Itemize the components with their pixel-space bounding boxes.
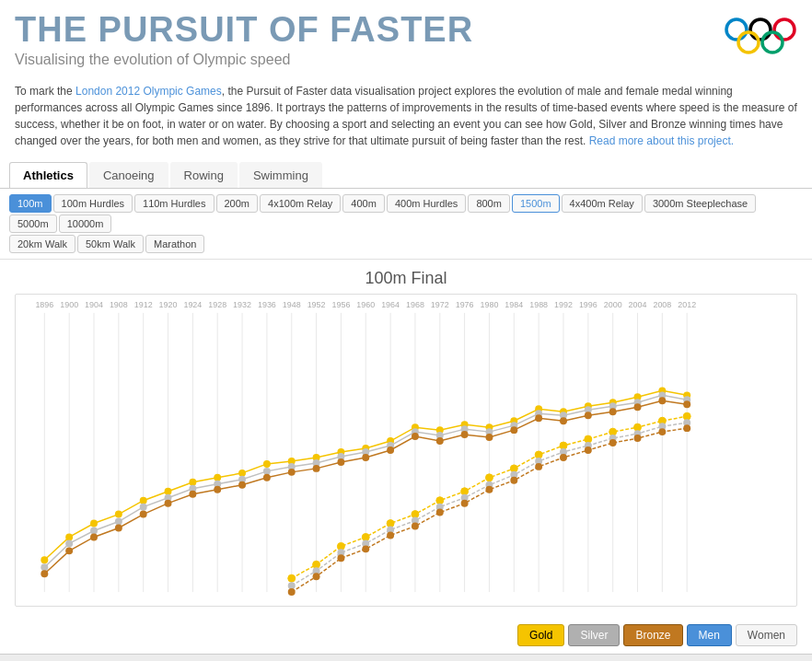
accordion-header-event-analysis[interactable]: Event Analysis and Comparisons ▾ (0, 655, 812, 661)
chart-title: 100m Final (15, 269, 797, 288)
svg-point-189 (634, 435, 642, 442)
event-20km-walk[interactable]: 20km Walk (9, 235, 75, 253)
event-row-2: 20km Walk 50km Walk Marathon (9, 235, 803, 253)
accordion: Event Analysis and Comparisons ▾ Sport A… (0, 654, 812, 661)
svg-point-132 (485, 434, 493, 441)
event-1500m[interactable]: 1500m (512, 194, 560, 213)
svg-point-124 (288, 469, 296, 476)
svg-point-67 (214, 474, 221, 481)
svg-point-191 (683, 424, 690, 432)
svg-point-2 (774, 19, 795, 40)
legend-silver-button[interactable]: Silver (568, 624, 620, 646)
svg-point-3 (738, 32, 759, 52)
tab-canoeing[interactable]: Canoeing (89, 162, 168, 188)
svg-point-153 (585, 435, 592, 443)
svg-point-1 (750, 19, 771, 40)
chart-svg: 1896 1900 1904 1908 1912 1920 1924 1928 … (15, 294, 797, 607)
svg-point-87 (41, 563, 48, 571)
legend-bronze-button[interactable]: Bronze (623, 624, 682, 646)
event-marathon[interactable]: Marathon (145, 235, 204, 253)
event-4x100m-relay[interactable]: 4x100m Relay (260, 194, 341, 213)
svg-point-119 (165, 499, 172, 506)
event-5000m[interactable]: 5000m (9, 215, 57, 233)
read-more-link[interactable]: Read more about this project. (589, 134, 734, 147)
chart-container: 100m Final 1896 1900 1904 1908 1912 1920… (0, 260, 812, 619)
svg-text:2008: 2008 (653, 300, 671, 309)
svg-rect-5 (17, 295, 795, 606)
svg-text:1964: 1964 (381, 300, 400, 309)
tab-rowing[interactable]: Rowing (170, 162, 238, 188)
svg-text:1900: 1900 (60, 300, 78, 309)
svg-text:1960: 1960 (356, 300, 375, 309)
svg-point-141 (288, 574, 296, 582)
svg-point-130 (436, 437, 444, 445)
svg-point-63 (115, 510, 122, 517)
svg-point-144 (362, 533, 369, 540)
legend-women-button[interactable]: Women (736, 624, 797, 646)
svg-point-134 (535, 414, 542, 422)
event-400m[interactable]: 400m (342, 194, 385, 213)
svg-text:1952: 1952 (307, 300, 326, 309)
svg-text:1908: 1908 (110, 300, 128, 309)
event-200m[interactable]: 200m (216, 194, 259, 213)
svg-text:1904: 1904 (85, 300, 103, 309)
svg-point-136 (585, 412, 592, 419)
event-800m[interactable]: 800m (468, 194, 510, 213)
svg-point-62 (90, 519, 98, 527)
svg-point-145 (387, 519, 394, 527)
svg-point-64 (140, 496, 147, 504)
event-400m-hurdles[interactable]: 400m Hurdles (387, 194, 466, 213)
svg-point-150 (510, 465, 517, 472)
legend-row: Gold Silver Bronze Men Women (0, 619, 812, 654)
svg-point-120 (189, 491, 196, 498)
svg-point-146 (412, 510, 419, 517)
tab-swimming[interactable]: Swimming (239, 162, 322, 188)
svg-point-184 (510, 477, 517, 484)
svg-point-125 (313, 465, 320, 472)
svg-point-91 (140, 503, 147, 510)
london-link[interactable]: London 2012 Olympic Games (75, 85, 222, 98)
legend-men-button[interactable]: Men (687, 624, 732, 646)
event-3000m-steeplechase[interactable]: 3000m Steeplechase (644, 194, 756, 213)
svg-point-126 (337, 458, 344, 466)
svg-point-155 (634, 423, 642, 431)
event-4x400m-relay[interactable]: 4x400m Relay (562, 194, 643, 213)
tab-athletics[interactable]: Athletics (9, 162, 87, 188)
svg-text:2004: 2004 (629, 300, 647, 309)
olympic-rings-logo (724, 11, 797, 61)
svg-point-133 (510, 426, 517, 434)
svg-text:1948: 1948 (283, 300, 301, 309)
svg-point-138 (634, 403, 642, 411)
svg-point-183 (485, 486, 493, 493)
svg-text:1992: 1992 (554, 300, 573, 309)
svg-text:1968: 1968 (406, 300, 424, 309)
event-100m[interactable]: 100m (9, 194, 52, 213)
event-50km-walk[interactable]: 50km Walk (77, 235, 144, 253)
svg-point-185 (535, 463, 542, 470)
svg-point-114 (41, 570, 48, 577)
svg-text:1984: 1984 (505, 300, 523, 309)
svg-point-140 (683, 400, 690, 408)
svg-point-151 (535, 451, 542, 458)
svg-point-118 (140, 510, 147, 517)
svg-text:1924: 1924 (183, 300, 202, 309)
svg-point-180 (412, 522, 419, 529)
event-110m-hurdles[interactable]: 110m Hurdles (134, 194, 214, 213)
legend-gold-button[interactable]: Gold (517, 624, 564, 646)
svg-point-116 (90, 533, 98, 540)
event-10000m[interactable]: 10000m (59, 215, 112, 233)
svg-point-69 (263, 460, 271, 468)
svg-point-115 (65, 547, 73, 554)
event-100m-hurdles[interactable]: 100m Hurdles (53, 194, 133, 213)
svg-text:1996: 1996 (579, 300, 597, 309)
svg-text:1896: 1896 (35, 300, 53, 309)
svg-point-143 (337, 542, 344, 550)
svg-text:1920: 1920 (159, 300, 178, 309)
svg-point-147 (436, 496, 444, 504)
svg-point-175 (288, 588, 296, 596)
svg-point-176 (313, 573, 320, 580)
svg-point-142 (313, 561, 320, 568)
svg-text:1980: 1980 (481, 300, 499, 309)
svg-point-137 (609, 408, 617, 415)
event-row-1: 100m 100m Hurdles 110m Hurdles 200m 4x10… (9, 194, 803, 233)
